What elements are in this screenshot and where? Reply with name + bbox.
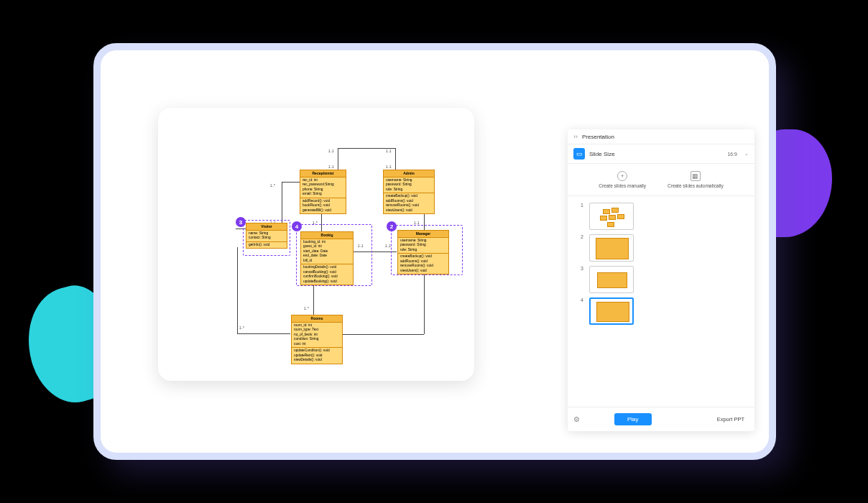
connector [395,148,396,170]
multiplicity: 1..1 [328,149,334,153]
uml-class-title: Admin [384,170,434,177]
slide-number: 2 [581,234,585,239]
slide-item[interactable]: 4 [568,295,754,327]
selection-badge: 2 [387,221,397,231]
uml-operations: addRecord(): void bookRoom(): void gener… [300,198,346,213]
uml-attributes: booking_id: int guest_id: int start_date… [301,239,353,264]
uml-attributes: name: String contact: String [246,231,287,242]
uml-attributes: rec_id: int rec_password:String phone: S… [300,177,346,198]
slide-thumbnail[interactable] [589,234,634,262]
action-label: Create slides automatically [668,183,724,188]
selection-badge: 3 [236,217,246,227]
slide-size-label: Slide Size [589,151,615,157]
create-slides-automatically-button[interactable]: ▦ Create slides automatically [668,171,724,188]
connector [336,334,424,335]
uml-class-admin[interactable]: Admin username: String password: String … [383,170,435,214]
panel-header: ›› Presentation [568,129,754,144]
connector [354,251,397,252]
multiplicity: 1..1 [386,149,392,153]
uml-attributes: username: String password: String role: … [384,177,434,193]
diagram-canvas[interactable]: 1..1 1..1 1..1 1..1 1..* 1..1 1..* 1..1 … [158,108,474,381]
uml-attributes: room_id: int room_type: Text no_of_beds:… [292,323,342,348]
uml-class-title: Rooms [292,315,342,323]
create-slides-manually-button[interactable]: + Create slides manually [599,171,646,188]
connector [313,283,314,315]
uml-class-title: Visitor [246,223,287,231]
multiplicity: 1..1 [385,244,391,248]
connector [338,148,338,170]
multiplicity: 1..1 [358,244,364,248]
multiplicity: 1..1 [386,165,392,169]
uml-operations: updateCondition(): void updateRent(): vo… [292,348,342,363]
multiplicity: 1..1 [414,221,420,225]
slide-thumbnail[interactable] [589,203,634,230]
template-icon[interactable]: ▭ [573,148,585,160]
slide-item[interactable]: 3 [568,264,754,295]
chevron-down-icon[interactable]: ⌄ [744,151,749,157]
presentation-panel: ›› Presentation ▭ Slide Size 16:9 ⌄ + Cr… [568,129,754,431]
uml-operations: bookingDetails(): void cancelBooking(): … [301,264,353,285]
slide-create-actions: + Create slides manually ▦ Create slides… [568,164,754,196]
uml-class-receptionist[interactable]: Receptionist rec_id: int rec_password:St… [300,170,346,214]
slides-list: 1 2 3 [568,196,754,407]
slide-item[interactable]: 1 [568,200,754,232]
aspect-ratio-value[interactable]: 16:9 [727,152,737,157]
uml-class-title: Bookig [301,232,353,239]
settings-icon[interactable]: ⚙ [573,415,580,423]
auto-icon: ▦ [691,171,701,181]
slide-size-row: ▭ Slide Size 16:9 ⌄ [568,144,754,164]
uml-class-title: Manager [398,231,448,238]
multiplicity: 1..* [313,221,318,225]
connector [237,333,290,334]
slide-number: 1 [581,203,585,208]
connector [424,273,425,334]
slide-item[interactable]: 2 [568,232,754,264]
uml-class-title: Receptionist [300,170,346,177]
play-button[interactable]: Play [614,413,652,425]
multiplicity: 1..1 [328,165,334,169]
uml-attributes: username: String password: String role: … [398,238,448,254]
multiplicity: 1..* [270,184,275,188]
connector [282,182,282,229]
multiplicity: 1..* [239,326,244,330]
uml-class-rooms[interactable]: Rooms room_id: int room_type: Text no_of… [291,315,343,364]
export-ppt-link[interactable]: Export PPT [717,416,744,423]
connector [338,148,395,149]
collapse-icon[interactable]: ›› [573,133,578,140]
uml-class-booking[interactable]: Bookig booking_id: int guest_id: int sta… [300,231,354,285]
uml-operations: getInfo(): void [246,242,287,248]
uml-class-manager[interactable]: Manager username: String password: Strin… [397,230,449,274]
uml-class-visitor[interactable]: Visitor name: String contact: String get… [246,223,287,249]
action-label: Create slides manually [599,183,646,188]
slide-thumbnail[interactable] [589,297,634,325]
connector [237,247,238,333]
panel-title: Presentation [582,134,614,140]
slide-number: 3 [581,266,585,271]
uml-operations: createBackup(): void addRooms(): void re… [398,254,448,274]
slide-thumbnail[interactable] [589,266,634,293]
plus-icon: + [617,171,627,181]
multiplicity: 1..* [304,307,309,310]
uml-operations: createBackup(): void addRooms(): void re… [384,193,434,213]
slide-number: 4 [581,297,585,303]
panel-footer: ⚙ Play Export PPT [568,407,754,431]
app-window: 1..1 1..1 1..1 1..1 1..* 1..1 1..* 1..1 … [93,43,776,460]
selection-badge: 4 [292,221,302,231]
